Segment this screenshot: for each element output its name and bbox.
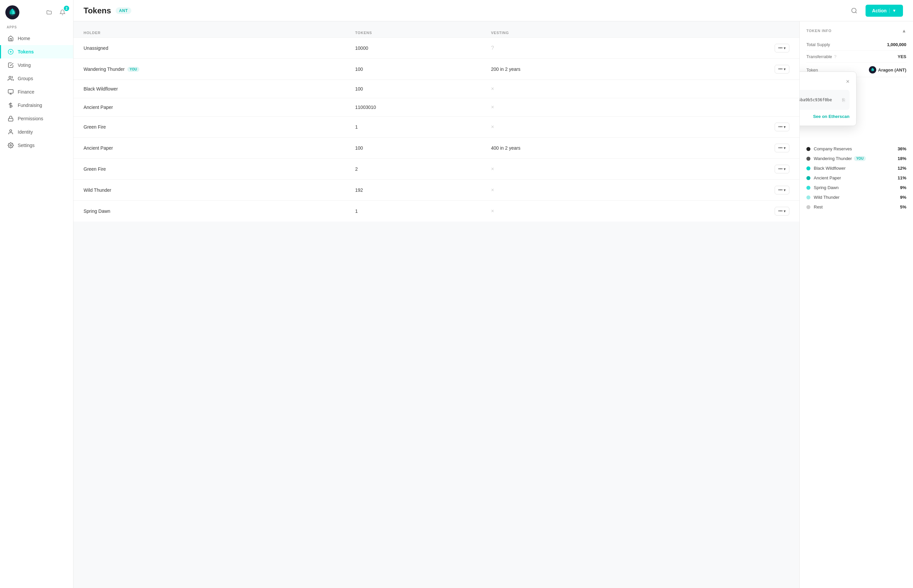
sidebar-item-home[interactable]: Home (0, 32, 73, 45)
sidebar-item-permissions[interactable]: Permissions (0, 112, 73, 125)
row-menu-button[interactable]: ••• ▾ (775, 165, 789, 173)
dist-item-black-wildflower: Black Wildflower 12% (806, 163, 906, 173)
token-amount: 11003010 (355, 105, 491, 110)
token-value: Aragon (ANT) (869, 66, 907, 73)
copy-button[interactable]: ⎘ (842, 97, 845, 103)
vesting-cell: ? (491, 45, 763, 51)
svg-point-6 (10, 145, 12, 146)
ant-badge: ANT (116, 7, 131, 14)
dist-item-ancient-paper: Ancient Paper 11% (806, 173, 906, 183)
holder-name: Green Fire (84, 166, 355, 172)
dist-pct: 5% (900, 205, 906, 210)
notification-badge: 2 (64, 6, 69, 11)
sidebar-item-settings[interactable]: Settings (0, 139, 73, 152)
main-content: Tokens ANT Action ▼ HOLDER TOKENS VESTIN… (74, 0, 913, 588)
collapse-icon[interactable]: ▲ (902, 28, 906, 34)
x-icon: × (491, 124, 494, 130)
apps-section-label: APPS (0, 21, 73, 32)
row-actions: ••• ▾ (763, 165, 789, 173)
row-actions: ••• ▾ (763, 144, 789, 152)
action-button[interactable]: Action ▼ (866, 5, 903, 17)
sidebar-home-label: Home (18, 36, 30, 41)
vesting-cell: × (491, 124, 763, 130)
holder-name: Spring Dawn (84, 208, 355, 214)
dist-dot (806, 157, 810, 161)
table-row: Spring Dawn 1 × ••• ▾ (74, 200, 799, 221)
x-icon: × (491, 104, 494, 110)
sidebar-item-fundraising[interactable]: Fundraising (0, 99, 73, 112)
folder-icon[interactable] (44, 7, 55, 18)
row-menu-button[interactable]: ••• ▾ (775, 123, 789, 131)
etherscan-link[interactable]: See on Etherscan (799, 114, 850, 119)
token-info-section-label: TOKEN INFO (806, 29, 831, 33)
token-info-header: TOKEN INFO ▲ (806, 28, 906, 34)
table-row: Wandering Thunder YOU 100 200 in 2 years… (74, 58, 799, 79)
dist-pct: 9% (900, 195, 906, 200)
dist-name: Company Reserves (814, 146, 894, 151)
svg-point-7 (852, 8, 856, 12)
svg-rect-2 (8, 89, 13, 93)
row-actions: ••• ▾ (763, 65, 789, 73)
token-logo-small (869, 66, 876, 73)
row-menu-button[interactable]: ••• ▾ (775, 207, 789, 215)
transferrable-help-icon: ? (834, 54, 837, 59)
sidebar-item-groups[interactable]: Groups (0, 72, 73, 85)
topbar: Tokens ANT Action ▼ (74, 0, 913, 21)
sidebar-item-voting[interactable]: Voting (0, 58, 73, 72)
col-actions (763, 31, 789, 35)
token-amount: 10000 (355, 45, 491, 51)
x-icon: × (491, 187, 494, 193)
dist-name: Ancient Paper (814, 175, 894, 180)
x-icon: × (491, 208, 494, 214)
svg-rect-4 (8, 118, 13, 121)
notification-icon[interactable]: 2 (57, 7, 68, 18)
popup-header: Aragon (ANT) × (799, 79, 850, 84)
total-supply-row: Total Supply 1,000,000 (806, 39, 906, 51)
col-vesting: VESTING (491, 31, 763, 35)
row-menu-button[interactable]: ••• ▾ (775, 144, 789, 152)
svg-point-5 (10, 130, 12, 132)
table-row: Green Fire 2 × ••• ▾ (74, 158, 799, 179)
x-icon: × (491, 86, 494, 92)
holder-name: Wandering Thunder YOU (84, 66, 355, 72)
row-menu-button[interactable]: ••• ▾ (775, 44, 789, 52)
token-amount: 192 (355, 187, 491, 193)
page-title: Tokens (84, 6, 111, 15)
sidebar-item-tokens[interactable]: Tokens (0, 45, 73, 58)
vesting-cell: × (491, 208, 763, 214)
dist-dot (806, 186, 810, 190)
sidebar-finance-label: Finance (18, 89, 34, 95)
holder-name: Unassigned (84, 45, 355, 51)
table-row: Ancient Paper 11003010 × (74, 98, 799, 116)
search-button[interactable] (848, 5, 860, 17)
table-row: Ancient Paper 100 400 in 2 years ••• ▾ (74, 137, 799, 158)
close-button[interactable]: × (846, 79, 850, 84)
topbar-left: Tokens ANT (84, 6, 131, 15)
token-amount: 2 (355, 166, 491, 172)
vesting-cell: 400 in 2 years (491, 145, 763, 151)
row-menu-button[interactable]: ••• ▾ (775, 65, 789, 73)
sidebar-item-identity[interactable]: Identity (0, 125, 73, 139)
dist-item-spring-dawn: Spring Dawn 9% (806, 183, 906, 192)
row-actions: ••• ▾ (763, 44, 789, 52)
dist-name: Spring Dawn (814, 185, 897, 190)
total-supply-value: 1,000,000 (887, 42, 906, 47)
token-amount: 100 (355, 145, 491, 151)
sidebar-fundraising-label: Fundraising (18, 103, 42, 108)
you-badge: YOU (854, 156, 866, 161)
dist-dot (806, 195, 810, 199)
dist-pct: 9% (900, 185, 906, 190)
sidebar-permissions-label: Permissions (18, 116, 43, 121)
dist-dot (806, 166, 810, 170)
dist-pct: 12% (898, 166, 906, 171)
sidebar-tokens-label: Tokens (18, 49, 34, 55)
action-chevron-icon: ▼ (889, 8, 896, 13)
tokens-table-area: HOLDER TOKENS VESTING Unassigned 10000 ?… (74, 21, 799, 588)
vesting-cell: × (491, 187, 763, 193)
sidebar-item-finance[interactable]: Finance (0, 85, 73, 99)
row-menu-button[interactable]: ••• ▾ (775, 186, 789, 194)
vesting-cell: 200 in 2 years (491, 66, 763, 72)
you-badge: YOU (127, 67, 139, 72)
total-supply-label: Total Supply (806, 42, 830, 47)
dist-pct: 18% (898, 156, 906, 161)
